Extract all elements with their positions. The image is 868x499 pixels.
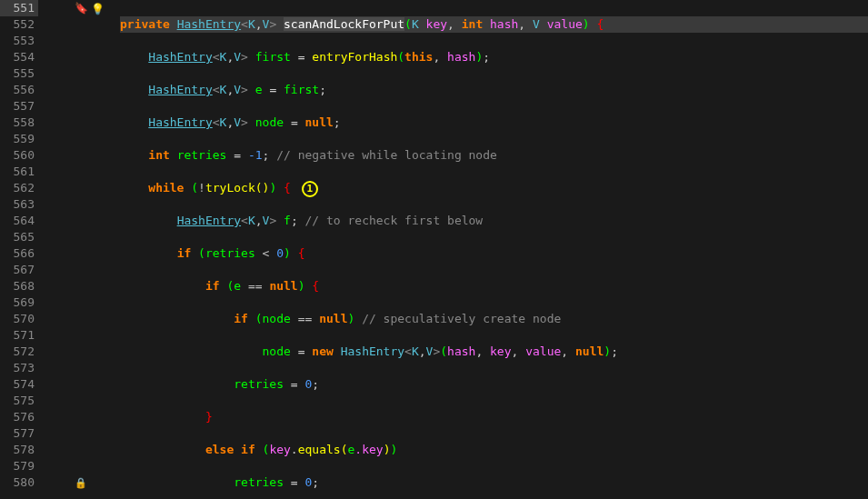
line-number: 575 [0,393,38,409]
code-line[interactable]: while (!tryLock()) { 1 [120,180,868,196]
line-number: 576 [0,409,38,425]
line-number: 555 [0,65,38,82]
line-number: 566 [0,245,38,262]
line-number: 578 [0,442,38,458]
lightbulb-icon[interactable]: 💡 [91,1,105,17]
line-number: 556 [0,82,38,98]
annotation-1: 1 [302,181,318,197]
selected-method-name: scanAndLockForPut [284,17,404,31]
line-number: 577 [0,425,38,442]
gutter-annotations: 🔖 💡 🔒 [45,0,118,499]
bookmark-icon[interactable]: 🔖 [75,0,88,16]
line-number: 579 [0,458,38,474]
code-line[interactable]: private HashEntry<K,V> scanAndLockForPut… [120,16,868,33]
line-number: 568 [0,278,38,294]
code-line[interactable]: int retries = -1; // negative while loca… [120,147,868,164]
line-number: 564 [0,213,38,229]
line-number: 560 [0,147,38,164]
line-number: 574 [0,376,38,393]
line-number: 570 [0,311,38,327]
code-line[interactable]: if (node == null) // speculatively creat… [120,311,868,327]
code-editor[interactable]: 551 552 553 554 555 556 557 558 559 560 … [0,0,868,499]
code-line[interactable]: HashEntry<K,V> e = first; [120,82,868,98]
line-number: 554 [0,49,38,65]
line-number: 572 [0,344,38,360]
line-number: 573 [0,360,38,376]
code-line[interactable]: if (e == null) { [120,278,868,294]
code-line[interactable]: HashEntry<K,V> first = entryForHash(this… [120,49,868,65]
lock-icon: 🔒 [75,475,87,492]
line-number: 565 [0,229,38,245]
code-line[interactable]: HashEntry<K,V> node = null; [120,115,868,131]
line-number: 569 [0,294,38,311]
line-number: 551 [0,0,38,16]
line-number: 561 [0,164,38,180]
line-number: 553 [0,33,38,49]
code-line[interactable]: HashEntry<K,V> f; // to recheck first be… [120,213,868,229]
line-number: 562 [0,180,38,196]
line-number: 571 [0,327,38,344]
code-line[interactable]: node = new HashEntry<K,V>(hash, key, val… [120,344,868,360]
line-number-gutter: 551 552 553 554 555 556 557 558 559 560 … [0,0,45,499]
code-line[interactable]: if (retries < 0) { [120,245,868,262]
line-number: 563 [0,196,38,213]
code-line[interactable]: else if (key.equals(e.key)) [120,442,868,458]
code-area[interactable]: private HashEntry<K,V> scanAndLockForPut… [118,0,868,499]
line-number: 558 [0,115,38,131]
line-number: 567 [0,262,38,278]
line-number: 557 [0,98,38,115]
code-line[interactable]: retries = 0; [120,376,868,393]
line-number: 559 [0,131,38,147]
code-line[interactable]: retries = 0; [120,474,868,491]
line-number: 580 [0,474,38,491]
code-line[interactable]: } [120,409,868,425]
line-number: 552 [0,16,38,33]
